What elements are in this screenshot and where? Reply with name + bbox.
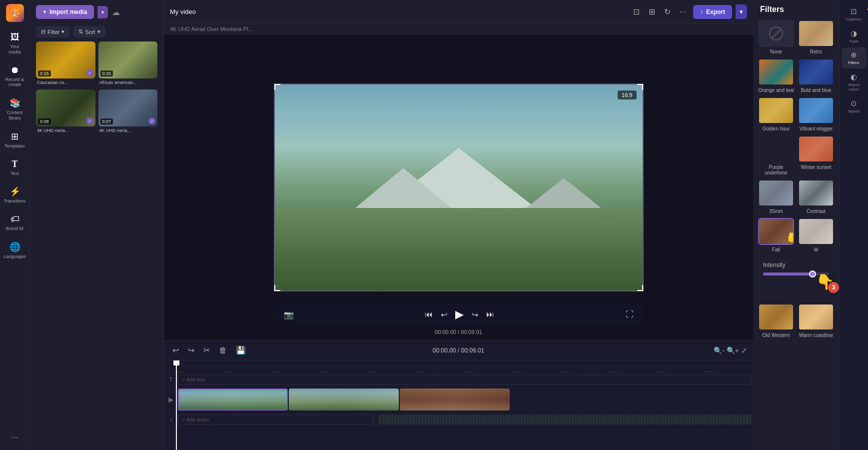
filter-thumb-purple[interactable] [758, 136, 794, 162]
filter-item-none[interactable]: None [758, 20, 794, 54]
filter-item-w[interactable]: W [798, 218, 834, 252]
playhead-handle[interactable] [173, 360, 179, 366]
play-pause-button[interactable]: ▶ [455, 308, 464, 321]
filter-item-35mm[interactable]: 35mm [758, 180, 794, 214]
filter-thumb-winter-sunset[interactable] [798, 136, 834, 162]
filter-item-orange-teal[interactable]: Orange and teal [758, 58, 794, 93]
filter-thumb-old-western[interactable] [758, 304, 794, 330]
video-clip-1[interactable]: ⏸ [178, 388, 288, 410]
filter-item-golden-hour[interactable]: Golden hour [758, 97, 794, 132]
timeline-tracks: 0:01 0:02 0:03 0:04 0:05 [164, 360, 753, 450]
cloud-sync-icon[interactable]: ☁ [112, 8, 120, 17]
audio-waveform [378, 414, 751, 424]
intensity-slider[interactable]: 👇 3 [763, 272, 829, 276]
skip-forward-button[interactable]: ⏭ [486, 310, 494, 319]
delete-button[interactable]: 🗑 [216, 344, 229, 356]
zoom-out-button[interactable]: 🔍- [714, 346, 725, 354]
intensity-thumb[interactable] [809, 270, 816, 278]
screenshot-button[interactable]: 📷 [284, 310, 294, 320]
filters-icon-button[interactable]: ⊕ Filters 👆 1 [842, 48, 867, 68]
filter-label-bold-blue: Bold and blue [798, 88, 834, 93]
import-media-button[interactable]: + Import media [36, 5, 94, 19]
list-item[interactable]: 0:07 ✓ 4K UHD Aeria... [98, 90, 158, 134]
filter-thumb-vibrant-vlogger[interactable] [798, 97, 834, 124]
sidebar-item-content-library[interactable]: 📚 Content library [2, 94, 28, 125]
add-text-button[interactable]: + Add text [178, 374, 751, 384]
corner-handle-tr[interactable] [637, 84, 643, 90]
export-dropdown-button[interactable]: ▾ [736, 4, 747, 19]
sidebar-item-transitions[interactable]: ⚡ Transitions [2, 182, 28, 208]
video-clip-2[interactable] [289, 388, 399, 410]
filter-item-bold-blue[interactable]: Bold and blue [798, 58, 834, 93]
sidebar-item-your-media[interactable]: 🖼 Your media [2, 28, 28, 59]
fullscreen-button[interactable]: ⛶ [626, 310, 634, 319]
media-item-label: Caucasian co... [36, 78, 95, 86]
app-logo[interactable]: 🎨 [6, 4, 24, 22]
import-media-dropdown[interactable]: ▾ [97, 6, 108, 18]
media-thumbnail-caucasian[interactable]: 0:15 ✓ [36, 42, 95, 78]
playback-controls: 📷 ⏮ ↩ ▶ ↪ ⏭ ⛶ 00:00.00 / 00:09.01 [274, 304, 644, 325]
filter-thumb-w[interactable] [798, 218, 834, 245]
skip-back-button[interactable]: ⏮ [425, 310, 433, 319]
sidebar-more-button[interactable]: ··· [7, 429, 22, 446]
fade-icon-button[interactable]: ◑ Fade [842, 26, 867, 47]
filter-thumb-golden-hour[interactable] [758, 97, 794, 124]
crop-tool-button[interactable]: ⊡ [630, 5, 643, 18]
rewind-button[interactable]: ↩ [441, 310, 447, 320]
rotation-tool-button[interactable]: ↻ [661, 5, 674, 18]
filter-item-purple-undertone[interactable]: Purple undertone [758, 136, 794, 176]
fit-zoom-button[interactable]: ⤢ [741, 346, 747, 354]
media-thumbnail-4k1[interactable]: 0:08 ✓ [36, 90, 95, 126]
adjust-colors-icon-button[interactable]: ◐ Adjust colors [842, 70, 867, 95]
export-button[interactable]: ↑ Export [693, 5, 732, 19]
video-clip-3[interactable] [400, 388, 510, 410]
filter-item-vibrant-vlogger[interactable]: Vibrant vlogger [798, 97, 834, 132]
preview-container: ‹ › 16:9 ? ▾ 📷 ⏮ ↩ ▶ ↪ [164, 34, 753, 340]
zoom-in-button[interactable]: 🔍+ [727, 346, 739, 354]
save-button[interactable]: 💾 [233, 344, 248, 356]
sidebar-item-templates[interactable]: ⊞ Templates [2, 127, 28, 153]
filter-item-retro[interactable]: Retro [798, 20, 834, 54]
project-title-input[interactable] [170, 8, 254, 16]
list-item[interactable]: 0:15 African american... [98, 42, 158, 86]
add-audio-button[interactable]: + Add audio [178, 414, 374, 424]
speed-icon-button[interactable]: ⊙ Speed [842, 96, 867, 117]
captions-icon-button[interactable]: ⊡ Captions [842, 4, 867, 25]
filter-item-winter-sunset[interactable]: Winter sunset [798, 136, 834, 176]
more-tools-button[interactable]: ··· [677, 6, 689, 18]
filter-item-old-western[interactable]: Old Western [758, 304, 794, 338]
filter-thumb-orange-teal[interactable] [758, 58, 794, 86]
undo-button[interactable]: ↩ [170, 344, 181, 356]
timeline-playhead[interactable] [176, 360, 177, 450]
corner-handle-bl[interactable] [274, 285, 280, 291]
corner-handle-tl[interactable] [274, 84, 280, 90]
resize-tool-button[interactable]: ⊞ [646, 5, 658, 18]
captions-icon: ⊡ [851, 7, 857, 16]
sidebar-item-brand-kit[interactable]: 🏷 Brand kit [2, 210, 28, 236]
sort-button[interactable]: ⇅ Sort ▾ [73, 26, 105, 38]
sidebar-item-text[interactable]: T Text [2, 155, 28, 180]
text-icon: T [11, 159, 17, 170]
media-thumbnail-african[interactable]: 0:15 [98, 42, 158, 78]
filter-item-fall[interactable]: 👇 2 Fall [758, 218, 794, 252]
cut-button[interactable]: ✂ [201, 344, 212, 356]
filter-thumb-retro[interactable] [798, 20, 834, 47]
filter-thumb-35mm[interactable] [758, 180, 794, 206]
filter-thumb-contrast[interactable] [798, 180, 834, 206]
preview-frame: 16:9 [274, 84, 644, 292]
filter-thumb-bold-blue[interactable] [798, 58, 834, 86]
filter-thumb-warm-coastline[interactable] [798, 304, 834, 330]
filter-item-contrast[interactable]: Contrast [798, 180, 834, 214]
filter-button[interactable]: ⊟ Filter ▾ [36, 26, 69, 38]
filter-thumb-none[interactable] [758, 20, 794, 47]
list-item[interactable]: 0:08 ✓ 4K UHD Aeria... [36, 90, 95, 134]
sidebar-item-languages[interactable]: 🌐 Languages [2, 238, 28, 264]
fast-forward-button[interactable]: ↪ [472, 310, 478, 320]
corner-handle-br[interactable] [637, 285, 643, 291]
redo-button[interactable]: ↪ [185, 344, 197, 356]
list-item[interactable]: 0:15 ✓ Caucasian co... [36, 42, 95, 86]
filter-thumb-fall[interactable]: 👇 2 [758, 218, 794, 245]
filter-item-warm-coastline[interactable]: Warm coastline [798, 304, 834, 338]
sidebar-item-record-create[interactable]: ⏺ Record & create [2, 61, 28, 92]
media-thumbnail-4k2[interactable]: 0:07 ✓ [98, 90, 158, 126]
